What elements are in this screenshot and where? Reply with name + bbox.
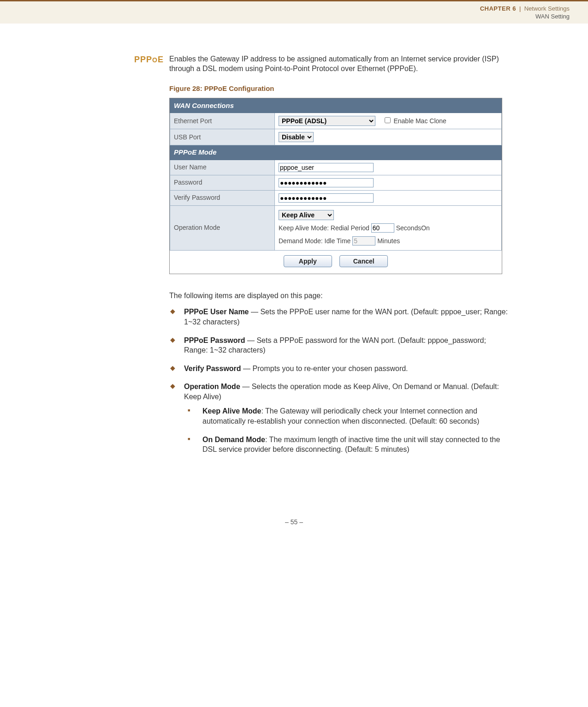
pppoe-mode-header: PPPoE Mode bbox=[170, 145, 502, 160]
apply-button[interactable]: Apply bbox=[284, 255, 332, 267]
ethernet-port-select[interactable]: PPPoE (ADSL) bbox=[279, 116, 375, 126]
enable-mac-clone-label: Enable Mac Clone bbox=[393, 117, 446, 125]
usb-port-label: USB Port bbox=[170, 129, 275, 145]
redial-unit: SecondsOn bbox=[396, 224, 430, 232]
operation-mode-select[interactable]: Keep Alive bbox=[279, 210, 334, 220]
password-label: Password bbox=[170, 175, 275, 190]
idle-unit: Minutes bbox=[377, 237, 400, 245]
page-header: CHAPTER 6 | Network Settings WAN Setting bbox=[0, 1, 588, 24]
chapter-number: CHAPTER 6 bbox=[480, 5, 516, 12]
username-label: User Name bbox=[170, 160, 275, 175]
intro-paragraph: Enables the Gateway IP address to be ass… bbox=[169, 54, 511, 74]
chapter-title: Network Settings bbox=[524, 5, 570, 12]
sub-list-item: Keep Alive Mode: The Gateway will period… bbox=[186, 406, 511, 426]
cancel-button[interactable]: Cancel bbox=[339, 255, 388, 267]
verify-password-input[interactable] bbox=[279, 193, 374, 203]
list-item: Verify Password — Prompts you to re-ente… bbox=[169, 364, 511, 374]
list-item: PPPoE Password — Sets a PPPoE password f… bbox=[169, 336, 511, 355]
figure-screenshot: WAN Connections Ethernet Port PPPoE (ADS… bbox=[169, 98, 502, 274]
section-name: WAN Setting bbox=[0, 13, 570, 21]
verify-password-label: Verify Password bbox=[170, 190, 275, 205]
figure-caption: Figure 28: PPPoE Configuration bbox=[169, 84, 511, 93]
sub-list-item: On Demand Mode: The maximum length of in… bbox=[186, 435, 511, 455]
enable-mac-clone-checkbox[interactable] bbox=[385, 117, 391, 123]
chapter-separator: | bbox=[519, 5, 521, 12]
page-number: – 55 – bbox=[0, 463, 588, 535]
operation-mode-label: Operation Mode bbox=[170, 205, 275, 250]
idle-time-label: Demand Mode: Idle Time bbox=[279, 237, 350, 245]
ethernet-port-label: Ethernet Port bbox=[170, 113, 275, 129]
list-item: Operation Mode — Selects the operation m… bbox=[169, 382, 511, 455]
idle-time-input[interactable] bbox=[352, 236, 375, 246]
redial-period-input[interactable] bbox=[371, 223, 394, 233]
password-input[interactable] bbox=[279, 178, 374, 187]
items-intro: The following items are displayed on thi… bbox=[169, 291, 511, 301]
wan-connections-header: WAN Connections bbox=[170, 99, 502, 113]
username-input[interactable] bbox=[279, 163, 374, 172]
redial-period-label: Keep Alive Mode: Redial Period bbox=[279, 224, 369, 232]
list-item: PPPoE User Name — Sets the PPPoE user na… bbox=[169, 307, 511, 327]
usb-port-select[interactable]: Disable bbox=[279, 132, 314, 142]
section-heading: PPPOE bbox=[134, 55, 164, 64]
